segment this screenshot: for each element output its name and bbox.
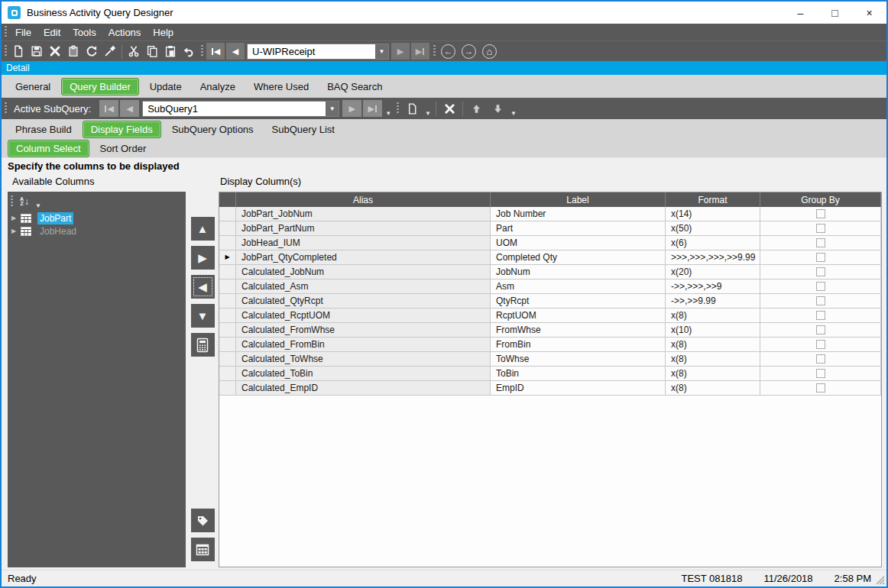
cell-label[interactable]: ToWhse bbox=[491, 352, 666, 367]
tab-general[interactable]: General bbox=[8, 79, 58, 95]
menu-help[interactable]: Help bbox=[147, 27, 180, 38]
cell-alias[interactable]: Calculated_EmpID bbox=[236, 381, 491, 396]
cell-alias[interactable]: JobPart_PartNum bbox=[236, 221, 491, 236]
home-icon[interactable]: ⌂ bbox=[482, 44, 497, 59]
cell-format[interactable]: x(50) bbox=[666, 221, 760, 236]
group-by-checkbox[interactable] bbox=[816, 267, 825, 276]
cell-label[interactable]: FromWhse bbox=[491, 323, 666, 338]
menu-edit[interactable]: Edit bbox=[37, 27, 66, 38]
copy-icon[interactable] bbox=[143, 43, 161, 60]
subquery-combo[interactable]: SubQuery1 ▼ bbox=[142, 101, 339, 117]
move-right-icon[interactable]: ▶ bbox=[191, 246, 215, 270]
cell-format[interactable]: ->>,>>9.99 bbox=[666, 294, 760, 309]
tab-sort-order[interactable]: Sort Order bbox=[92, 141, 154, 157]
next-record-icon[interactable]: ▶ bbox=[391, 43, 410, 60]
cell-label[interactable]: QtyRcpt bbox=[491, 294, 666, 309]
header-format[interactable]: Format bbox=[666, 192, 760, 207]
tab-baq-search[interactable]: BAQ Search bbox=[319, 79, 390, 95]
cell-format[interactable]: x(6) bbox=[666, 236, 760, 250]
az-sort-icon[interactable]: AZ↓ bbox=[15, 196, 29, 207]
first-subquery-icon[interactable]: ◀ bbox=[99, 100, 118, 117]
new-icon[interactable] bbox=[9, 43, 28, 60]
menu-actions[interactable]: Actions bbox=[102, 27, 147, 38]
row-selector[interactable] bbox=[219, 367, 236, 381]
table-row[interactable]: Calculated_FromBinFromBinx(8) bbox=[219, 338, 881, 352]
cell-format[interactable]: ->>,>>>,>>9 bbox=[666, 279, 760, 294]
cell-label[interactable]: JobNum bbox=[491, 265, 666, 279]
cell-label[interactable]: Part bbox=[491, 221, 666, 236]
group-by-checkbox[interactable] bbox=[816, 282, 825, 291]
table-row[interactable]: Calculated_ToBinToBinx(8) bbox=[219, 367, 881, 381]
table-row[interactable]: JobHead_IUMUOMx(6) bbox=[219, 236, 881, 250]
cell-alias[interactable]: Calculated_FromWhse bbox=[236, 323, 491, 338]
subquery-combo-value[interactable]: SubQuery1 bbox=[143, 103, 326, 115]
toolbar-overflow-icon[interactable]: ▼ bbox=[35, 202, 41, 209]
cell-format[interactable]: x(8) bbox=[666, 338, 760, 352]
cell-alias[interactable]: Calculated_Asm bbox=[236, 279, 491, 294]
group-by-checkbox[interactable] bbox=[816, 369, 825, 378]
header-group-by[interactable]: Group By bbox=[760, 192, 881, 207]
group-by-checkbox[interactable] bbox=[816, 340, 825, 349]
table-row[interactable]: Calculated_RcptUOMRcptUOMx(8) bbox=[219, 309, 881, 323]
move-up-icon[interactable] bbox=[466, 100, 486, 117]
delete-subquery-icon[interactable] bbox=[439, 100, 459, 117]
cell-alias[interactable]: Calculated_ToBin bbox=[236, 367, 491, 381]
group-by-checkbox[interactable] bbox=[816, 209, 825, 218]
table-row[interactable]: Calculated_AsmAsm->>,>>>,>>9 bbox=[219, 279, 881, 294]
cell-label[interactable]: RcptUOM bbox=[491, 309, 666, 323]
table-row[interactable]: ▶JobPart_QtyCompletedCompleted Qty>>>,>>… bbox=[219, 250, 881, 265]
maximize-button[interactable]: □ bbox=[818, 2, 852, 24]
minimize-button[interactable]: – bbox=[783, 2, 818, 24]
cell-format[interactable]: x(8) bbox=[666, 367, 760, 381]
group-by-checkbox[interactable] bbox=[816, 311, 825, 320]
chevron-down-icon[interactable]: ▼ bbox=[375, 44, 388, 59]
move-left-icon[interactable]: ◀ bbox=[191, 275, 215, 299]
row-selector[interactable] bbox=[219, 279, 236, 294]
group-by-checkbox[interactable] bbox=[816, 383, 825, 393]
row-selector[interactable] bbox=[219, 309, 236, 323]
previous-subquery-icon[interactable]: ◀ bbox=[120, 100, 139, 117]
cell-alias[interactable]: JobHead_IUM bbox=[236, 236, 491, 250]
chevron-down-icon[interactable]: ▼ bbox=[425, 110, 431, 117]
cell-label[interactable]: EmpID bbox=[491, 381, 666, 396]
cell-format[interactable]: x(14) bbox=[666, 207, 760, 221]
refresh-icon[interactable] bbox=[83, 43, 101, 60]
row-selector[interactable] bbox=[219, 265, 236, 279]
move-down-icon[interactable]: ▼ bbox=[191, 304, 215, 328]
tab-subquery-options[interactable]: SubQuery Options bbox=[164, 121, 261, 137]
record-combo-value[interactable]: U-WIPReceipt bbox=[248, 46, 375, 57]
cut-icon[interactable] bbox=[125, 43, 143, 60]
cell-label[interactable]: UOM bbox=[491, 236, 666, 250]
row-selector[interactable] bbox=[219, 294, 236, 309]
paste-icon[interactable] bbox=[161, 43, 180, 60]
cell-format[interactable]: x(8) bbox=[666, 381, 760, 396]
toolbar-overflow-icon[interactable]: ▼ bbox=[385, 110, 391, 117]
table-row[interactable]: JobPart_JobNumJob Numberx(14) bbox=[219, 207, 881, 221]
new-subquery-icon[interactable] bbox=[402, 100, 422, 117]
cell-label[interactable]: ToBin bbox=[491, 367, 666, 381]
calculator-icon[interactable] bbox=[191, 333, 215, 357]
row-selector[interactable]: ▶ bbox=[219, 250, 236, 265]
group-by-checkbox[interactable] bbox=[816, 325, 825, 334]
header-alias[interactable]: Alias bbox=[236, 192, 491, 207]
move-up-icon[interactable]: ▲ bbox=[191, 217, 215, 241]
delete-icon[interactable] bbox=[46, 43, 64, 60]
table-row[interactable]: Calculated_FromWhseFromWhsex(10) bbox=[219, 323, 881, 338]
resize-grip-icon[interactable] bbox=[876, 576, 885, 585]
table-row[interactable]: JobPart_PartNumPartx(50) bbox=[219, 221, 881, 236]
record-combo[interactable]: U-WIPReceipt ▼ bbox=[247, 44, 389, 60]
row-selector[interactable] bbox=[219, 236, 236, 250]
clear-icon[interactable] bbox=[101, 43, 119, 60]
cell-label[interactable]: FromBin bbox=[491, 338, 666, 352]
cell-label[interactable]: Asm bbox=[491, 279, 666, 294]
header-label[interactable]: Label bbox=[491, 192, 666, 207]
row-selector[interactable] bbox=[219, 207, 236, 221]
menu-file[interactable]: File bbox=[9, 27, 37, 38]
cell-alias[interactable]: JobPart_JobNum bbox=[236, 207, 491, 221]
tab-phrase-build[interactable]: Phrase Build bbox=[8, 121, 79, 137]
cell-alias[interactable]: Calculated_FromBin bbox=[236, 338, 491, 352]
next-subquery-icon[interactable]: ▶ bbox=[342, 100, 361, 117]
group-by-checkbox[interactable] bbox=[816, 238, 825, 247]
attachment-icon[interactable] bbox=[64, 43, 83, 60]
cell-alias[interactable]: Calculated_QtyRcpt bbox=[236, 294, 491, 309]
